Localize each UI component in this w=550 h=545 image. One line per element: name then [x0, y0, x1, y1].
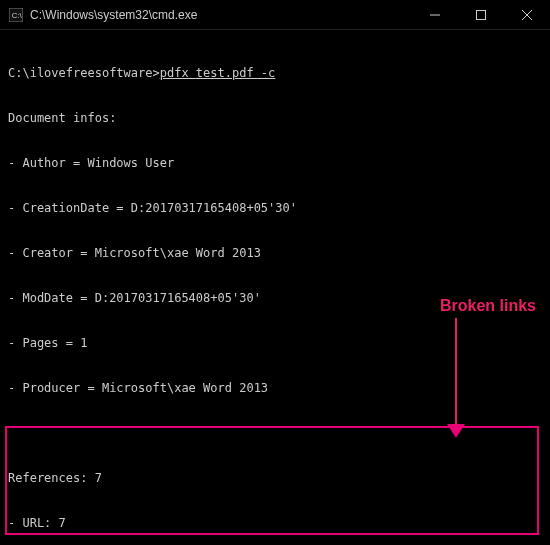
prompt-label: C:\ilovefreesoftware>	[8, 66, 160, 80]
svg-text:C:\: C:\	[12, 10, 23, 19]
close-button[interactable]	[504, 0, 550, 29]
doc-creator: - Creator = Microsoft\xae Word 2013	[8, 246, 542, 261]
annotation-box	[5, 426, 539, 535]
minimize-button[interactable]	[412, 0, 458, 29]
command-text: pdfx test.pdf -c	[160, 66, 276, 80]
terminal-output[interactable]: C:\ilovefreesoftware>pdfx test.pdf -c Do…	[0, 30, 550, 545]
cmd-icon: C:\	[8, 7, 24, 23]
annotation-label: Broken links	[440, 298, 536, 313]
doc-author: - Author = Windows User	[8, 156, 542, 171]
window-controls	[412, 0, 550, 29]
cmd-window: C:\ C:\Windows\system32\cmd.exe C:\ilove…	[0, 0, 550, 545]
annotation-arrow	[462, 318, 505, 378]
prompt-line: C:\ilovefreesoftware>pdfx test.pdf -c	[8, 66, 542, 81]
maximize-button[interactable]	[458, 0, 504, 29]
doc-header: Document infos:	[8, 111, 542, 126]
doc-producer: - Producer = Microsoft\xae Word 2013	[8, 381, 542, 396]
doc-creation: - CreationDate = D:20170317165408+05'30'	[8, 201, 542, 216]
window-title: C:\Windows\system32\cmd.exe	[30, 8, 412, 22]
svg-rect-3	[477, 10, 486, 19]
titlebar[interactable]: C:\ C:\Windows\system32\cmd.exe	[0, 0, 550, 30]
